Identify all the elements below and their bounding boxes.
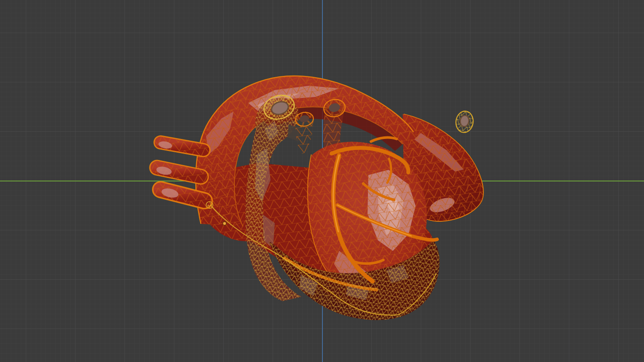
object-origin-dot[interactable] <box>223 222 226 225</box>
viewport-canvas[interactable] <box>0 0 644 362</box>
viewport-3d[interactable] <box>0 0 644 362</box>
branch-vessels <box>156 140 204 201</box>
